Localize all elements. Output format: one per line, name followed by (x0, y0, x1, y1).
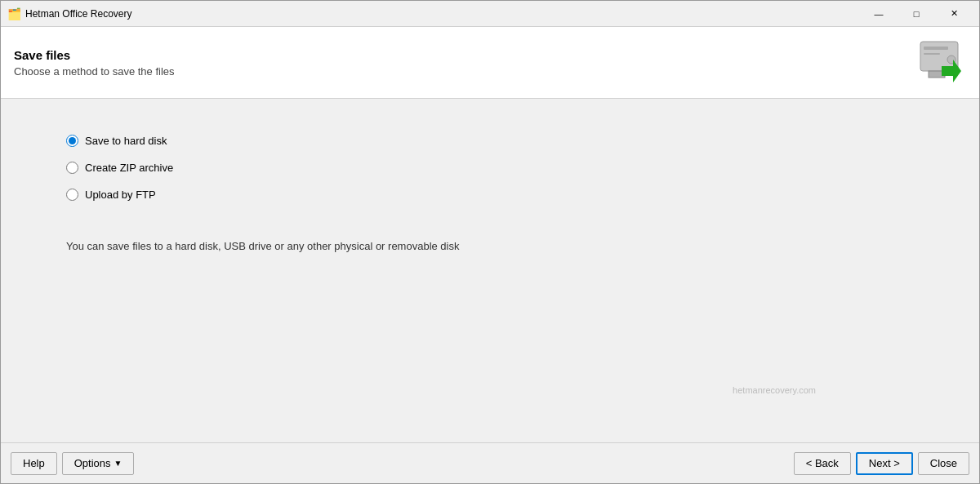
header-text: Save files Choose a method to save the f… (14, 48, 175, 78)
page-title: Save files (14, 48, 175, 62)
main-content-container: Save to hard disk Create ZIP archive Upl… (1, 99, 979, 442)
create-zip-option[interactable]: Create ZIP archive (66, 162, 914, 174)
options-dropdown-arrow: ▼ (114, 459, 122, 468)
page-subtitle: Choose a method to save the files (14, 65, 175, 78)
upload-ftp-option[interactable]: Upload by FTP (66, 189, 914, 201)
header-icon (917, 38, 966, 87)
maximize-button[interactable]: □ (898, 1, 935, 27)
back-button[interactable]: < Back (794, 452, 851, 475)
upload-ftp-radio[interactable] (66, 189, 78, 201)
save-icon (917, 40, 966, 85)
svg-rect-1 (924, 47, 948, 50)
save-to-hard-disk-radio[interactable] (66, 135, 78, 147)
content-area: Save to hard disk Create ZIP archive Upl… (1, 99, 979, 442)
upload-ftp-label: Upload by FTP (85, 189, 156, 201)
close-button[interactable]: Close (918, 452, 969, 475)
minimize-button[interactable]: — (860, 1, 898, 27)
close-window-button[interactable]: ✕ (935, 1, 973, 27)
app-icon: 🗂️ (7, 7, 20, 20)
options-label: Options (74, 457, 111, 469)
svg-rect-2 (924, 53, 940, 55)
save-to-hard-disk-label: Save to hard disk (85, 135, 167, 147)
window-controls: — □ ✕ (860, 1, 973, 27)
title-bar: 🗂️ Hetman Office Recovery — □ ✕ (1, 1, 979, 27)
footer-area: Help Options ▼ < Back Next > Close (1, 442, 979, 483)
footer-left-buttons: Help Options ▼ (11, 452, 134, 475)
options-button[interactable]: Options ▼ (62, 452, 135, 475)
main-window: 🗂️ Hetman Office Recovery — □ ✕ Save fil… (0, 0, 980, 484)
header-area: Save files Choose a method to save the f… (1, 27, 979, 99)
description-text: You can save files to a hard disk, USB d… (66, 240, 914, 252)
create-zip-label: Create ZIP archive (85, 162, 173, 174)
save-method-group: Save to hard disk Create ZIP archive Upl… (66, 135, 914, 201)
window-title: Hetman Office Recovery (25, 8, 860, 20)
next-button[interactable]: Next > (856, 452, 913, 475)
help-button[interactable]: Help (11, 452, 57, 475)
watermark: hetmanrecovery.com (733, 385, 816, 395)
create-zip-radio[interactable] (66, 162, 78, 174)
save-to-hard-disk-option[interactable]: Save to hard disk (66, 135, 914, 147)
footer-right-buttons: < Back Next > Close (794, 452, 969, 475)
